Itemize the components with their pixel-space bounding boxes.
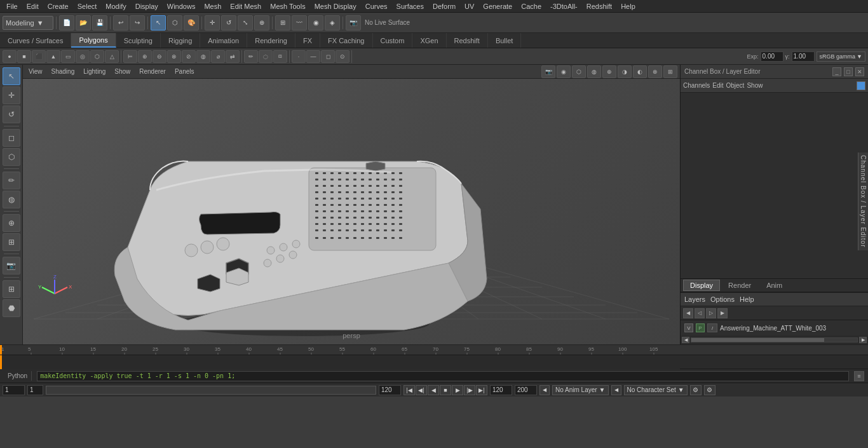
layer-row[interactable]: V P / Answering_Machine_ATT_White_003 [682,322,867,334]
color-space-dropdown[interactable]: sRGB gamma ▼ [817,51,865,62]
display-subtab[interactable]: Display [683,280,720,291]
close-panel-btn[interactable]: ✕ [855,67,864,76]
anim-subtab[interactable]: Anim [759,280,789,291]
tab-fx[interactable]: FX [295,33,320,48]
measure-tool[interactable]: ⊕ [3,214,20,232]
playback-start-input[interactable] [490,385,512,395]
select-tool[interactable]: ↖ [3,67,20,85]
stop-btn[interactable]: ■ [440,385,451,395]
sculpt-btn[interactable]: ◍ [3,191,20,208]
maximize-panel-btn[interactable]: □ [844,67,853,76]
tab-polygons[interactable]: Polygons [71,33,116,48]
booleans-btn[interactable]: ⊘ [182,50,196,63]
tab-rigging[interactable]: Rigging [161,33,200,48]
lighting-menu[interactable]: Lighting [80,67,109,76]
menu-select[interactable]: Select [74,1,101,11]
snap-grid-btn[interactable]: ⊞ [275,15,290,31]
viewport-canvas[interactable]: X Y Z persp [23,79,680,344]
show-tab[interactable]: Show [747,82,763,89]
rotate-btn[interactable]: ↺ [221,15,236,31]
command-line[interactable]: makeIdentity -apply true -t 1 -r 1 -s 1 … [37,371,849,381]
paint-tool[interactable]: ✏ [3,172,20,189]
go-start-btn[interactable]: |◀ [403,385,415,395]
menu-file[interactable]: File [3,1,22,11]
renderer-menu[interactable]: Renderer [136,67,169,76]
menu-windows[interactable]: Windows [163,1,200,11]
combine-btn[interactable]: ⊕ [138,50,152,63]
shading-menu[interactable]: Shading [48,67,78,76]
menu-curves[interactable]: Curves [362,1,391,11]
poly-sphere-btn[interactable]: ● [3,50,17,63]
tab-fx-caching[interactable]: FX Caching [320,33,372,48]
edge-mode-btn[interactable]: — [306,50,320,63]
icon-btn[interactable]: ⬣ [3,299,20,317]
anim-layer-arrow[interactable]: ◀ [539,385,550,395]
menu-3dtall[interactable]: -3DtoAll- [546,1,581,11]
snap-curve-btn[interactable]: 〰 [292,15,307,31]
layer-next2-btn[interactable]: ▶ [717,308,728,318]
render-subtab[interactable]: Render [721,280,758,291]
lasso-btn[interactable]: ⬡ [167,15,182,31]
vp-xray-btn[interactable]: ⊕ [602,65,616,78]
poly-prism-btn[interactable]: ⬡ [90,50,104,63]
view-menu[interactable]: View [25,67,46,76]
go-end-btn[interactable]: ▶| [476,385,487,395]
gamma-input[interactable] [792,51,815,62]
menu-uv[interactable]: UV [461,1,478,11]
channels-tab[interactable]: Channels [683,82,710,89]
lasso-tool[interactable]: ⬡ [3,148,20,166]
universal-manip-btn[interactable]: ⊕ [254,15,269,31]
exposure-input[interactable] [761,51,783,62]
start-frame-input[interactable] [27,385,43,395]
scale-btn[interactable]: ⤡ [238,15,253,31]
vp-grid-btn[interactable]: ⊞ [663,65,677,78]
display-all-btn[interactable]: ⊞ [3,280,20,298]
separate-btn[interactable]: ⊖ [153,50,166,63]
vp-isolate-btn[interactable]: ◉ [557,65,571,78]
snap-surface-btn[interactable]: ◈ [325,15,340,31]
menu-edit-mesh[interactable]: Edit Mesh [226,1,265,11]
menu-edit[interactable]: Edit [23,1,43,11]
tab-sculpting[interactable]: Sculpting [116,33,161,48]
timeline-ruler[interactable]: 1 5 10 15 20 25 30 35 40 45 50 55 60 [0,344,868,355]
step-fwd-btn[interactable]: |▶ [464,385,475,395]
char-prefs-btn[interactable]: ⚙ [704,385,715,395]
menu-display[interactable]: Display [132,1,162,11]
tab-animation[interactable]: Animation [200,33,247,48]
poly-torus-btn[interactable]: ◎ [76,50,90,63]
options-label[interactable]: Options [710,295,735,303]
menu-mesh-tools[interactable]: Mesh Tools [266,1,309,11]
help-label[interactable]: Help [740,295,754,303]
workspace-dropdown[interactable]: Modeling ▼ [3,16,53,30]
save-file-btn[interactable]: 💾 [92,15,107,31]
poly-cone-btn[interactable]: ▲ [46,50,60,63]
menu-deform[interactable]: Deform [429,1,459,11]
transfer-attr-btn[interactable]: ⇄ [226,50,240,63]
poly-cube-btn[interactable]: ■ [17,50,31,63]
paint-tool-btn[interactable]: ✏ [244,50,258,63]
vp-ao-btn[interactable]: ◐ [633,65,647,78]
layer-playback-toggle[interactable]: P [696,323,705,332]
channel-box-tab[interactable]: Channel Box / Layer Editor [858,153,868,250]
scene-end-input[interactable] [515,385,537,395]
char-set-dropdown[interactable]: No Character Set ▼ [624,385,688,395]
minimize-panel-btn[interactable]: _ [832,67,841,76]
poly-plane-btn[interactable]: ▭ [61,50,75,63]
anim-prefs-btn[interactable]: ⚙ [690,385,702,395]
tab-curves-surfaces[interactable]: Curves / Surfaces [0,33,71,48]
tab-rendering[interactable]: Rendering [247,33,295,48]
rotate-tool[interactable]: ↺ [3,105,20,123]
menu-help[interactable]: Help [617,1,639,11]
poly-pyramid-btn[interactable]: △ [105,50,119,63]
scrollbar-track[interactable] [691,337,858,343]
tab-custom[interactable]: Custom [373,33,413,48]
average-btn[interactable]: ⌀ [211,50,225,63]
camera-tool[interactable]: 📷 [3,257,20,275]
anim-layer-dropdown[interactable]: No Anim Layer ▼ [552,385,609,395]
layer-vis-toggle[interactable]: V [684,323,693,332]
vp-wireframe-btn[interactable]: ⬡ [572,65,586,78]
vp-smooth-btn[interactable]: ◍ [587,65,601,78]
new-file-btn[interactable]: 📄 [59,15,74,31]
menu-mesh[interactable]: Mesh [200,1,225,11]
move-btn[interactable]: ✛ [205,15,220,31]
